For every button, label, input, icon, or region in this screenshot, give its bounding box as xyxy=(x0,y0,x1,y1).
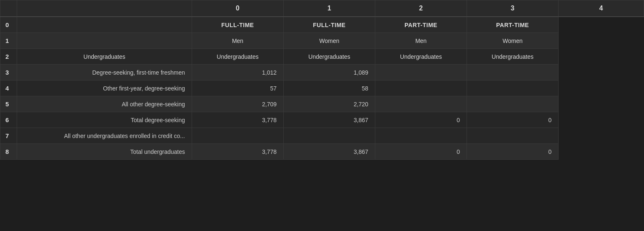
row-index-0: 0 xyxy=(0,17,17,33)
cell-r1-c4: Women xyxy=(467,33,559,49)
main-table-container: 0 1 2 3 4 0FULL-TIMEFULL-TIMEPART-TIMEPA… xyxy=(0,0,644,160)
cell-r3-c2: 1,089 xyxy=(284,65,375,80)
cell-r6-c1: 3,778 xyxy=(192,112,284,128)
table-row-0: 0FULL-TIMEFULL-TIMEPART-TIMEPART-TIME xyxy=(0,17,644,33)
cell-r2-c4: Undergraduates xyxy=(467,49,559,65)
cell-r4-c0: Other first-year, degree-seeking xyxy=(17,80,192,96)
cell-r2-c0: Undergraduates xyxy=(17,49,192,65)
col-num-2: 2 xyxy=(375,0,467,17)
col-num-1: 1 xyxy=(284,0,375,17)
cell-r8-c3: 0 xyxy=(375,144,467,160)
cell-r5-c0: All other degree-seeking xyxy=(17,96,192,112)
table-row-5: 5All other degree-seeking2,7092,720 xyxy=(0,96,644,112)
col-num-0: 0 xyxy=(192,0,284,17)
cell-r7-c0: All other undergraduates enrolled in cre… xyxy=(17,128,192,144)
cell-r1-c3: Men xyxy=(375,33,467,49)
cell-r1-c1: Men xyxy=(192,33,284,49)
cell-r1-c0 xyxy=(17,33,192,49)
data-table: 0 1 2 3 4 0FULL-TIMEFULL-TIMEPART-TIMEPA… xyxy=(0,0,644,160)
cell-r8-c4: 0 xyxy=(467,144,559,160)
cell-r1-c2: Women xyxy=(284,33,375,49)
cell-r5-c2: 2,720 xyxy=(284,96,375,112)
cell-r7-c4 xyxy=(467,128,559,144)
row-index-1: 1 xyxy=(0,33,17,49)
cell-r5-c1: 2,709 xyxy=(192,96,284,112)
cell-r0-c3: PART-TIME xyxy=(375,17,467,33)
cell-r4-c1: 57 xyxy=(192,80,284,96)
row-index-3: 3 xyxy=(0,65,17,80)
table-row-2: 2UndergraduatesUndergraduatesUndergradua… xyxy=(0,49,644,65)
cell-r7-c1 xyxy=(192,128,284,144)
table-row-6: 6Total degree-seeking3,7783,86700 xyxy=(0,112,644,128)
cell-r3-c4 xyxy=(467,65,559,80)
cell-r2-c3: Undergraduates xyxy=(375,49,467,65)
cell-r5-c3 xyxy=(375,96,467,112)
cell-r5-c4 xyxy=(467,96,559,112)
cell-r0-c0 xyxy=(17,17,192,33)
cell-r3-c1: 1,012 xyxy=(192,65,284,80)
table-row-7: 7All other undergraduates enrolled in cr… xyxy=(0,128,644,144)
row-index-8: 8 xyxy=(0,144,17,160)
cell-r6-c2: 3,867 xyxy=(284,112,375,128)
row-index-7: 7 xyxy=(0,128,17,144)
cell-r3-c3 xyxy=(375,65,467,80)
cell-r7-c2 xyxy=(284,128,375,144)
cell-r8-c1: 3,778 xyxy=(192,144,284,160)
corner-cell xyxy=(0,0,17,17)
row-index-5: 5 xyxy=(0,96,17,112)
cell-r6-c3: 0 xyxy=(375,112,467,128)
row-index-6: 6 xyxy=(0,112,17,128)
row-index-4: 4 xyxy=(0,80,17,96)
table-row-4: 4Other first-year, degree-seeking5758 xyxy=(0,80,644,96)
cell-r0-c1: FULL-TIME xyxy=(192,17,284,33)
cell-r4-c2: 58 xyxy=(284,80,375,96)
cell-r2-c2: Undergraduates xyxy=(284,49,375,65)
col-num-4: 4 xyxy=(559,0,644,17)
col-num-blank xyxy=(17,0,192,17)
cell-r2-c1: Undergraduates xyxy=(192,49,284,65)
table-row-3: 3Degree-seeking, first-time freshmen1,01… xyxy=(0,65,644,80)
table-row-1: 1MenWomenMenWomen xyxy=(0,33,644,49)
col-num-3: 3 xyxy=(467,0,559,17)
table-row-8: 8Total undergraduates3,7783,86700 xyxy=(0,144,644,160)
cell-r0-c4: PART-TIME xyxy=(467,17,559,33)
cell-r4-c3 xyxy=(375,80,467,96)
cell-r6-c0: Total degree-seeking xyxy=(17,112,192,128)
cell-r8-c2: 3,867 xyxy=(284,144,375,160)
cell-r6-c4: 0 xyxy=(467,112,559,128)
cell-r4-c4 xyxy=(467,80,559,96)
column-numbers-row: 0 1 2 3 4 xyxy=(0,0,644,17)
cell-r7-c3 xyxy=(375,128,467,144)
cell-r0-c2: FULL-TIME xyxy=(284,17,375,33)
row-index-2: 2 xyxy=(0,49,17,65)
cell-r3-c0: Degree-seeking, first-time freshmen xyxy=(17,65,192,80)
cell-r8-c0: Total undergraduates xyxy=(17,144,192,160)
